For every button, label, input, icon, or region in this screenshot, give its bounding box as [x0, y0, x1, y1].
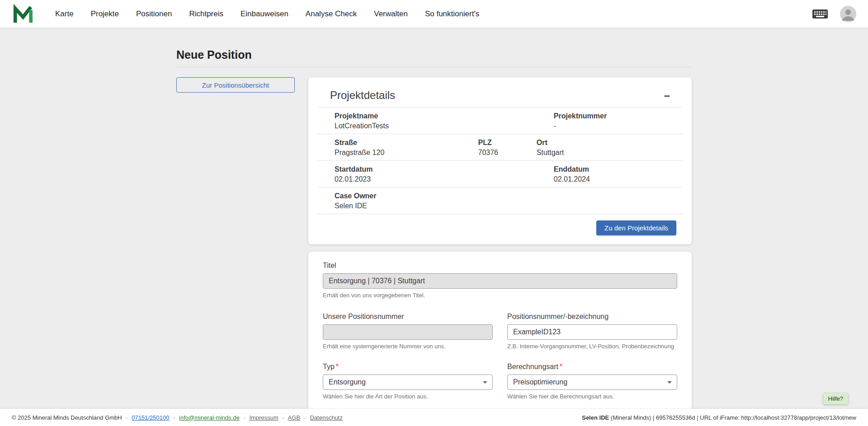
unsere-positionsnummer-label: Unsere Positionsnummer: [323, 313, 493, 321]
projektnummer-label: Projektnummer: [554, 112, 683, 120]
table-row: Projektname LotCreationTests Projektnumm…: [317, 107, 683, 134]
startdatum-label: Startdatum: [335, 165, 537, 173]
footer-phone-link[interactable]: 07151/250100: [132, 414, 169, 421]
plz-label: PLZ: [478, 138, 537, 147]
page-title: Neue Position: [176, 48, 692, 61]
footer-separator: ·: [173, 414, 175, 421]
typ-hint: Wählen Sie hier die Art der Position aus…: [323, 393, 493, 400]
top-header: Karte Projekte Positionen Richtpreis Ein…: [0, 0, 868, 28]
nav-item-analyse-check[interactable]: Analyse Check: [306, 9, 357, 19]
titel-input: [323, 273, 677, 289]
collapse-card-button[interactable]: –: [662, 90, 672, 101]
required-marker: *: [336, 363, 339, 370]
footer-session-info: Selen IDE (Mineral Minds) | 69576255536d…: [582, 414, 856, 421]
titel-label: Titel: [323, 262, 677, 270]
titel-hint: Erhält den von uns vorgegebenen Titel.: [323, 292, 677, 299]
new-position-form-card: Titel Erhält den von uns vorgegebenen Ti…: [308, 252, 692, 409]
nav-item-karte[interactable]: Karte: [55, 9, 74, 19]
project-card-title: Projektdetails: [330, 89, 395, 102]
help-button[interactable]: Hilfe?: [823, 393, 848, 404]
main-content: Neue Position Zur Positionsübersicht Pro…: [0, 28, 868, 409]
berechnungsart-select-value: Preisoptimierung: [513, 378, 567, 386]
back-to-positions-button[interactable]: Zur Positionsübersicht: [176, 77, 295, 93]
nav-item-projekte[interactable]: Projekte: [91, 9, 119, 19]
footer-separator: ·: [282, 414, 284, 421]
table-row: Startdatum 02.01.2023 Enddatum 02.01.202…: [317, 160, 683, 187]
footer-datenschutz-link[interactable]: Datenschutz: [310, 414, 343, 421]
positionsnummer-bezeichnung-label: Positionsnummer/-bezeichnung: [507, 313, 677, 321]
go-to-project-details-button[interactable]: Zu den Projektdetails: [596, 220, 676, 235]
unsere-positionsnummer-hint: Erhält eine systemgenerierte Nummer von …: [323, 343, 493, 350]
title-divider: [176, 67, 692, 67]
ort-value: Stuttgart: [537, 148, 683, 157]
footer-user-name: Selen IDE: [582, 414, 609, 421]
projektnummer-value: -: [554, 122, 683, 130]
startdatum-value: 02.01.2023: [335, 175, 537, 183]
user-avatar-icon: [840, 6, 856, 22]
mineral-minds-logo[interactable]: [12, 4, 33, 24]
strasse-value: Pragstraße 120: [335, 148, 478, 157]
required-marker: *: [560, 363, 562, 370]
logo-m-icon: [12, 4, 33, 24]
project-details-table: Projektname LotCreationTests Projektnumm…: [317, 107, 683, 214]
header-actions: [812, 6, 856, 22]
keyboard-icon[interactable]: [812, 8, 828, 20]
typ-label: Typ*: [323, 363, 493, 371]
berechnungsart-hint: Wählen Sie hier die Berechnungsart aus.: [507, 393, 677, 400]
plz-value: 70376: [478, 148, 537, 157]
footer-separator: ·: [126, 414, 127, 421]
user-avatar[interactable]: [840, 6, 856, 22]
nav-item-positionen[interactable]: Positionen: [136, 9, 172, 19]
positionsnummer-bezeichnung-hint: Z.B. Interne-Vorgangsnummer, LV-Position…: [507, 343, 677, 350]
enddatum-value: 02.01.2024: [554, 175, 683, 183]
projektname-value: LotCreationTests: [335, 122, 537, 130]
case-owner-value: Selen IDE: [335, 201, 683, 210]
ort-label: Ort: [537, 138, 683, 147]
footer-copyright: © 2025 Mineral Minds Deutschland GmbH: [12, 414, 122, 421]
chevron-down-icon: [483, 381, 487, 384]
nav-item-einbauweisen[interactable]: Einbauweisen: [241, 9, 288, 19]
projektname-label: Projektname: [335, 112, 537, 120]
project-details-card: Projektdetails – Projektname LotCreation…: [308, 77, 692, 244]
chevron-down-icon: [667, 381, 672, 384]
footer-agb-link[interactable]: AGB: [288, 414, 300, 421]
case-owner-label: Case Owner: [335, 192, 683, 200]
berechnungsart-label: Berechnungsart*: [507, 363, 677, 371]
positionsnummer-bezeichnung-input[interactable]: [507, 324, 677, 340]
top-nav: Karte Projekte Positionen Richtpreis Ein…: [55, 9, 479, 19]
footer-info: © 2025 Mineral Minds Deutschland GmbH · …: [12, 414, 343, 421]
page-footer: © 2025 Mineral Minds Deutschland GmbH · …: [0, 409, 868, 426]
unsere-positionsnummer-input: [323, 324, 493, 340]
nav-item-verwalten[interactable]: Verwalten: [374, 9, 408, 19]
footer-email-link[interactable]: info@mineral-minds.de: [179, 414, 240, 421]
footer-separator: ·: [304, 414, 306, 421]
berechnungsart-select[interactable]: Preisoptimierung: [507, 375, 677, 390]
strasse-label: Straße: [335, 138, 478, 147]
typ-select-value: Entsorgung: [329, 378, 366, 386]
footer-impressum-link[interactable]: Impressum: [249, 414, 278, 421]
table-row: Case Owner Selen IDE: [317, 187, 683, 214]
typ-select[interactable]: Entsorgung: [323, 375, 493, 390]
footer-session-details: (Mineral Minds) | 69576255536d | URL of …: [609, 414, 856, 421]
nav-item-so-funktionierts[interactable]: So funktioniert's: [425, 9, 479, 19]
table-row: Straße Pragstraße 120 PLZ 70376 Ort Stut…: [317, 134, 683, 160]
enddatum-label: Enddatum: [554, 165, 683, 173]
keyboard-icon-glyph: [812, 8, 828, 20]
footer-separator: ·: [244, 414, 245, 421]
nav-item-richtpreis[interactable]: Richtpreis: [189, 9, 223, 19]
